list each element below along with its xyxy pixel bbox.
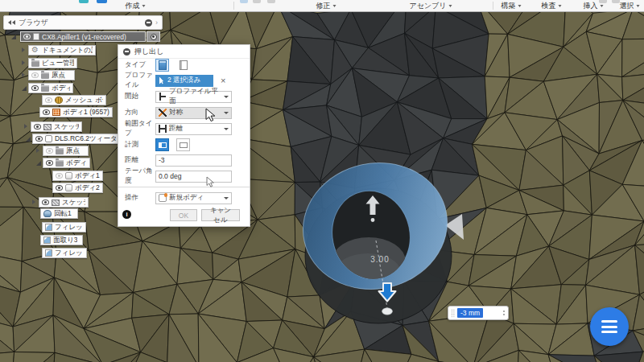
tree-expand-toggle[interactable] <box>22 72 25 77</box>
cancel-button[interactable]: キャンセル <box>201 209 240 221</box>
tree-item-7[interactable]: スケッチ <box>31 121 82 132</box>
revolve-icon <box>43 210 52 217</box>
visibility-eye-icon[interactable] <box>56 185 63 191</box>
tree-expand-toggle[interactable] <box>22 60 25 65</box>
tree-item-10[interactable]: ボディ <box>43 158 90 168</box>
tree-expand-toggle[interactable] <box>22 47 25 52</box>
dimension-value[interactable]: -3 mm <box>457 308 483 318</box>
mesh-gold-icon <box>55 97 63 104</box>
toolbar-icon[interactable] <box>79 0 89 3</box>
minimize-browser-icon[interactable] <box>145 19 152 27</box>
visibility-eye-icon[interactable] <box>23 34 31 39</box>
ok-button[interactable]: OK <box>170 209 197 221</box>
more-options-icon[interactable] <box>503 311 506 315</box>
extent-dropdown[interactable]: 距離 <box>155 123 232 135</box>
toolbar-menu-4[interactable]: 構築 <box>502 1 522 11</box>
toolbar-menu-7[interactable]: 選択 <box>620 1 640 11</box>
toolbar-icon[interactable] <box>253 0 261 3</box>
extrude-type-solid-icon[interactable] <box>155 59 169 72</box>
taper-angle-input[interactable] <box>155 171 232 183</box>
toolbar-menu-1[interactable]: 作成 <box>126 1 146 11</box>
tree-item-6[interactable]: ボディ1 (9557) <box>39 107 113 117</box>
collapse-panel-icon[interactable] <box>8 20 15 25</box>
tree-item-label: ボディ1 <box>75 171 100 181</box>
extrude-type-thin-icon[interactable] <box>176 59 190 72</box>
direction-dropdown[interactable]: 対称 <box>155 107 232 119</box>
tree-item-4[interactable]: ボディ <box>28 83 73 93</box>
toolbar-separator <box>493 2 493 10</box>
tree-item-14[interactable]: 回転1 <box>40 208 78 219</box>
extent-row: 範囲タイプ 距離 <box>125 122 243 135</box>
toolbar-icon[interactable] <box>599 0 607 3</box>
tree-item-label: ボディ <box>52 84 70 93</box>
tree-item-11[interactable]: ボディ1 <box>52 171 103 181</box>
tree-expand-toggle[interactable] <box>36 148 39 153</box>
visibility-eye-icon[interactable] <box>46 160 53 166</box>
tree-expand-toggle[interactable] <box>36 161 41 166</box>
tree-item-13[interactable]: スケッチ <box>39 197 89 208</box>
tree-item-label: スケッチ <box>62 198 85 208</box>
tree-item-label: ボディ1 (9557) <box>63 108 109 117</box>
dimension-input-box[interactable]: -3 mm <box>448 306 509 320</box>
visibility-eye-icon[interactable] <box>45 97 52 103</box>
chevron-down-icon <box>559 5 562 7</box>
type-label: タイプ <box>125 60 155 70</box>
viewport-canvas[interactable] <box>0 0 644 362</box>
toolbar-icon[interactable] <box>267 0 275 3</box>
visibility-eye-icon[interactable] <box>31 72 39 78</box>
visibility-eye-icon[interactable] <box>46 148 53 154</box>
info-icon[interactable]: i <box>122 210 131 219</box>
tree-item-12[interactable]: ボディ2 <box>52 183 103 193</box>
measure-half-icon[interactable] <box>155 138 169 151</box>
toolbar-menu-2[interactable]: 修正 <box>316 1 336 11</box>
tree-item-17[interactable]: フィレット4 <box>42 248 87 258</box>
visibility-eye-icon[interactable] <box>34 124 41 130</box>
tree-expand-toggle[interactable] <box>24 124 27 129</box>
dialog-collapse-icon[interactable] <box>123 48 130 56</box>
toolbar-icon[interactable] <box>97 0 107 3</box>
tree-expand-toggle[interactable] <box>11 35 16 39</box>
measure-row: 計測 <box>125 138 243 151</box>
toolbar-icon[interactable] <box>240 0 248 3</box>
tree-item-8[interactable]: DLS.RC6.2ツィーター v <box>32 134 119 144</box>
tree-item-0[interactable]: CX8.Apiller1 (v1-recovered) <box>20 31 146 42</box>
visibility-eye-icon[interactable] <box>31 85 39 91</box>
profile-selection-chip[interactable]: 2 選択済み <box>155 75 213 87</box>
visibility-eye-icon[interactable] <box>35 136 43 142</box>
chevron-down-icon <box>518 5 522 7</box>
start-dropdown[interactable]: プロファイル平面 <box>155 91 232 103</box>
tree-item-label: ボディ2 <box>75 183 100 193</box>
model-dimension-label: 3.00 <box>362 255 398 264</box>
visibility-eye-icon[interactable] <box>56 173 63 179</box>
tree-item-label: スケッチ <box>54 122 79 132</box>
tree-expand-toggle[interactable] <box>22 86 27 91</box>
distance-input[interactable] <box>155 154 232 167</box>
toolbar-icon[interactable] <box>612 0 620 3</box>
activate-component-radio[interactable] <box>147 31 160 42</box>
tree-item-9[interactable]: 原点 <box>43 146 89 156</box>
menu-fab-button[interactable] <box>590 307 629 346</box>
tree-item-1[interactable]: ドキュメントの設定 <box>28 45 96 56</box>
toolbar-menu-3[interactable]: アセンブリ <box>409 1 452 11</box>
tree-expand-toggle[interactable] <box>26 137 31 142</box>
tree-item-15[interactable]: フィレット2 <box>42 222 86 232</box>
visibility-eye-icon[interactable] <box>42 200 49 205</box>
taper-row: テーパ角度 <box>125 170 243 183</box>
drag-handle-icon[interactable] <box>451 309 455 318</box>
tree-expand-toggle[interactable] <box>32 200 35 204</box>
deselect-icon[interactable]: × <box>221 76 225 85</box>
chevron-down-icon <box>224 112 229 114</box>
tree-item-2[interactable]: ビュー管理 <box>28 58 77 68</box>
visibility-eye-icon[interactable] <box>43 109 50 115</box>
browser-panel-header[interactable]: ブラウザ › <box>3 15 163 30</box>
toolbar-menu-5[interactable]: 検査 <box>542 1 562 11</box>
dialog-header[interactable]: 押し出し <box>118 45 250 59</box>
operation-value: 新規ボディ <box>169 193 204 203</box>
measure-whole-icon[interactable] <box>176 138 190 151</box>
operation-dropdown[interactable]: 新規ボディ <box>155 192 232 204</box>
ribbon-toolbar: 作成修正アセンブリ構築検査挿入選択 <box>0 0 644 12</box>
tree-item-3[interactable]: 原点 <box>28 70 75 80</box>
direction-value: 対称 <box>169 108 183 117</box>
tree-item-5[interactable]: メッシュ ボディ1 <box>42 95 106 105</box>
tree-item-16[interactable]: 面取り3 <box>40 235 83 245</box>
